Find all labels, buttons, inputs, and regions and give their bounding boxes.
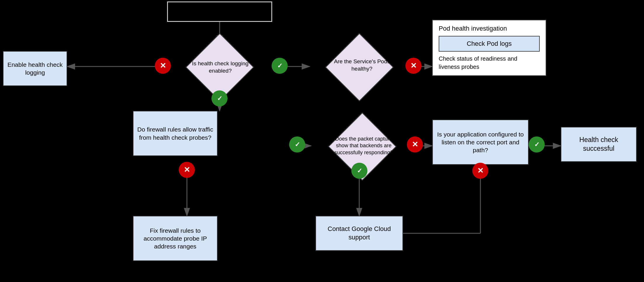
app-configured-box: Is your application configured to listen… bbox=[432, 120, 529, 165]
pod-investigation-title: Pod health investigation bbox=[439, 25, 540, 32]
check-readiness-text: Check status of readiness and liveness p… bbox=[439, 55, 540, 71]
pod-investigation-note: Pod health investigation Check Pod logs … bbox=[432, 20, 546, 76]
check-pod-logs-box: Check Pod logs bbox=[439, 36, 540, 52]
health-check-successful-box: Health check successful bbox=[561, 127, 637, 162]
fix-firewall-box: Fix firewall rules to accommodate probe … bbox=[133, 216, 218, 261]
check-circle-packet-down: ✓ bbox=[351, 163, 367, 179]
enable-health-check-box: Enable health check logging bbox=[3, 51, 67, 86]
x-circle-pods-healthy-right: ✕ bbox=[405, 58, 421, 74]
firewall-rules-box: Do firewall rules allow traffic from hea… bbox=[133, 111, 218, 156]
check-circle-app-right: ✓ bbox=[529, 136, 545, 153]
x-circle-firewall-down: ✕ bbox=[179, 162, 195, 178]
flowchart: Enable health check logging Is health ch… bbox=[0, 0, 644, 282]
check-circle-firewall-right: ✓ bbox=[289, 136, 305, 153]
check-circle-health-logging-down: ✓ bbox=[211, 90, 228, 106]
pods-healthy-diamond: Are the Service's Pods healthy? bbox=[310, 43, 409, 91]
health-logging-diamond: Is health check logging enabled? bbox=[167, 43, 272, 91]
x-circle-app-down: ✕ bbox=[472, 163, 488, 179]
check-circle-health-logging-right: ✓ bbox=[272, 58, 288, 74]
top-rect bbox=[167, 1, 272, 22]
contact-google-box: Contact Google Cloud support bbox=[315, 216, 403, 251]
x-circle-health-logging-left: ✕ bbox=[155, 58, 171, 74]
x-circle-packet-right: ✕ bbox=[407, 136, 423, 153]
